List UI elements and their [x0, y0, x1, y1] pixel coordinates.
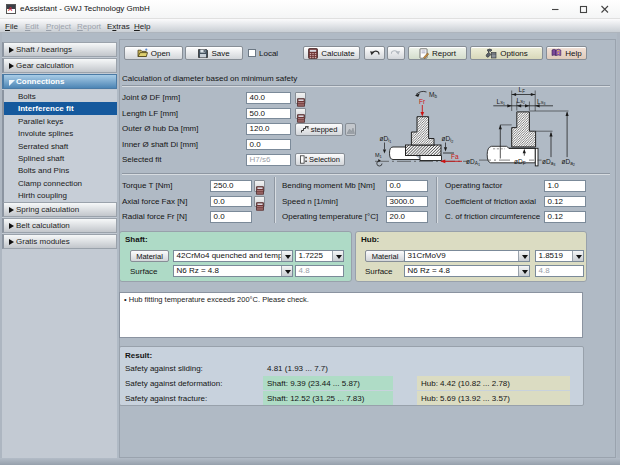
svg-text:øDi2: øDi2 — [442, 135, 454, 144]
svg-text:øDa2: øDa2 — [562, 158, 575, 167]
svg-text:LF: LF — [519, 86, 526, 94]
svg-text:M1: M1 — [375, 152, 383, 159]
svg-text:øDA1: øDA1 — [466, 158, 480, 167]
svg-text:øDa3: øDa3 — [542, 158, 555, 167]
svg-text:LS1: LS1 — [497, 98, 506, 107]
svg-text:LS2: LS2 — [517, 97, 526, 106]
svg-text:Fr: Fr — [419, 98, 426, 105]
svg-text:Mb: Mb — [429, 91, 437, 99]
svg-text:Fa: Fa — [451, 153, 459, 160]
svg-text:øDi1: øDi1 — [380, 135, 392, 144]
